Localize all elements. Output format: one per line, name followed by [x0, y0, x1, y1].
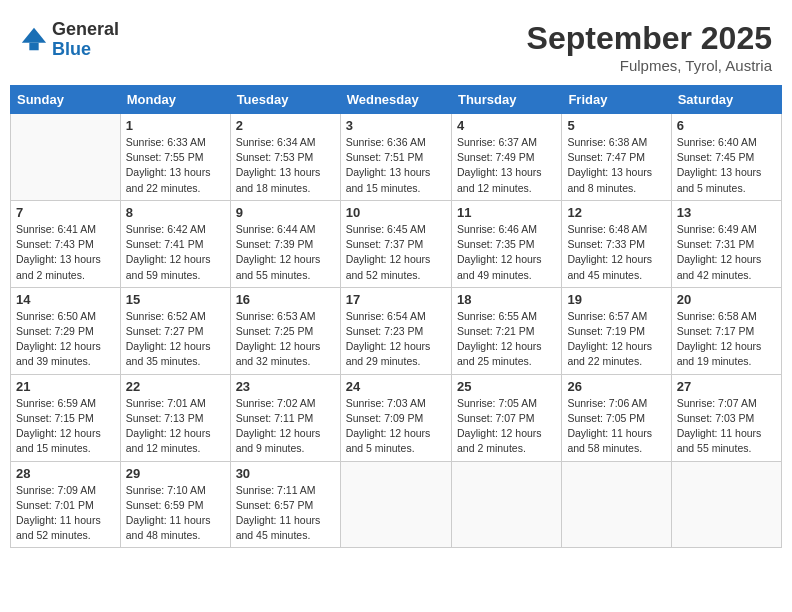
day-of-week-header: Thursday: [451, 86, 561, 114]
day-number: 7: [16, 205, 115, 220]
day-number: 26: [567, 379, 665, 394]
calendar-day-cell: 8Sunrise: 6:42 AMSunset: 7:41 PMDaylight…: [120, 200, 230, 287]
calendar-day-cell: 27Sunrise: 7:07 AMSunset: 7:03 PMDayligh…: [671, 374, 781, 461]
calendar-week-row: 21Sunrise: 6:59 AMSunset: 7:15 PMDayligh…: [11, 374, 782, 461]
calendar-day-cell: 20Sunrise: 6:58 AMSunset: 7:17 PMDayligh…: [671, 287, 781, 374]
calendar-day-cell: 21Sunrise: 6:59 AMSunset: 7:15 PMDayligh…: [11, 374, 121, 461]
day-info: Sunrise: 7:02 AMSunset: 7:11 PMDaylight:…: [236, 396, 335, 457]
calendar-day-cell: 30Sunrise: 7:11 AMSunset: 6:57 PMDayligh…: [230, 461, 340, 548]
day-number: 27: [677, 379, 776, 394]
day-info: Sunrise: 7:03 AMSunset: 7:09 PMDaylight:…: [346, 396, 446, 457]
logo-text: General Blue: [52, 20, 119, 60]
day-number: 10: [346, 205, 446, 220]
day-number: 1: [126, 118, 225, 133]
day-of-week-header: Tuesday: [230, 86, 340, 114]
calendar-day-cell: 14Sunrise: 6:50 AMSunset: 7:29 PMDayligh…: [11, 287, 121, 374]
day-info: Sunrise: 6:53 AMSunset: 7:25 PMDaylight:…: [236, 309, 335, 370]
day-info: Sunrise: 6:49 AMSunset: 7:31 PMDaylight:…: [677, 222, 776, 283]
calendar-day-cell: 11Sunrise: 6:46 AMSunset: 7:35 PMDayligh…: [451, 200, 561, 287]
day-info: Sunrise: 6:41 AMSunset: 7:43 PMDaylight:…: [16, 222, 115, 283]
calendar-week-row: 7Sunrise: 6:41 AMSunset: 7:43 PMDaylight…: [11, 200, 782, 287]
calendar-day-cell: 13Sunrise: 6:49 AMSunset: 7:31 PMDayligh…: [671, 200, 781, 287]
day-number: 19: [567, 292, 665, 307]
day-of-week-header: Wednesday: [340, 86, 451, 114]
day-info: Sunrise: 6:33 AMSunset: 7:55 PMDaylight:…: [126, 135, 225, 196]
calendar-day-cell: 29Sunrise: 7:10 AMSunset: 6:59 PMDayligh…: [120, 461, 230, 548]
svg-rect-1: [29, 43, 38, 50]
day-info: Sunrise: 6:58 AMSunset: 7:17 PMDaylight:…: [677, 309, 776, 370]
page-header: General Blue September 2025 Fulpmes, Tyr…: [10, 10, 782, 79]
calendar-day-cell: 1Sunrise: 6:33 AMSunset: 7:55 PMDaylight…: [120, 114, 230, 201]
calendar-day-cell: 17Sunrise: 6:54 AMSunset: 7:23 PMDayligh…: [340, 287, 451, 374]
day-number: 3: [346, 118, 446, 133]
day-number: 17: [346, 292, 446, 307]
day-info: Sunrise: 6:57 AMSunset: 7:19 PMDaylight:…: [567, 309, 665, 370]
logo: General Blue: [20, 20, 119, 60]
day-info: Sunrise: 6:59 AMSunset: 7:15 PMDaylight:…: [16, 396, 115, 457]
day-info: Sunrise: 6:37 AMSunset: 7:49 PMDaylight:…: [457, 135, 556, 196]
logo-icon: [20, 26, 48, 54]
calendar-day-cell: 4Sunrise: 6:37 AMSunset: 7:49 PMDaylight…: [451, 114, 561, 201]
day-number: 11: [457, 205, 556, 220]
day-of-week-header: Friday: [562, 86, 671, 114]
day-info: Sunrise: 7:05 AMSunset: 7:07 PMDaylight:…: [457, 396, 556, 457]
day-of-week-header: Monday: [120, 86, 230, 114]
logo-blue-text: Blue: [52, 40, 119, 60]
day-info: Sunrise: 6:52 AMSunset: 7:27 PMDaylight:…: [126, 309, 225, 370]
day-info: Sunrise: 6:40 AMSunset: 7:45 PMDaylight:…: [677, 135, 776, 196]
calendar-week-row: 14Sunrise: 6:50 AMSunset: 7:29 PMDayligh…: [11, 287, 782, 374]
calendar-day-cell: [340, 461, 451, 548]
day-of-week-header: Sunday: [11, 86, 121, 114]
calendar-day-cell: [11, 114, 121, 201]
day-number: 14: [16, 292, 115, 307]
day-number: 4: [457, 118, 556, 133]
day-number: 29: [126, 466, 225, 481]
day-info: Sunrise: 7:11 AMSunset: 6:57 PMDaylight:…: [236, 483, 335, 544]
day-info: Sunrise: 6:38 AMSunset: 7:47 PMDaylight:…: [567, 135, 665, 196]
day-number: 25: [457, 379, 556, 394]
calendar-day-cell: 18Sunrise: 6:55 AMSunset: 7:21 PMDayligh…: [451, 287, 561, 374]
calendar-day-cell: 12Sunrise: 6:48 AMSunset: 7:33 PMDayligh…: [562, 200, 671, 287]
day-info: Sunrise: 6:34 AMSunset: 7:53 PMDaylight:…: [236, 135, 335, 196]
calendar-day-cell: 22Sunrise: 7:01 AMSunset: 7:13 PMDayligh…: [120, 374, 230, 461]
day-info: Sunrise: 6:44 AMSunset: 7:39 PMDaylight:…: [236, 222, 335, 283]
calendar-week-row: 28Sunrise: 7:09 AMSunset: 7:01 PMDayligh…: [11, 461, 782, 548]
calendar-day-cell: 5Sunrise: 6:38 AMSunset: 7:47 PMDaylight…: [562, 114, 671, 201]
calendar-day-cell: [451, 461, 561, 548]
day-number: 8: [126, 205, 225, 220]
day-number: 23: [236, 379, 335, 394]
day-info: Sunrise: 6:55 AMSunset: 7:21 PMDaylight:…: [457, 309, 556, 370]
calendar-day-cell: 16Sunrise: 6:53 AMSunset: 7:25 PMDayligh…: [230, 287, 340, 374]
calendar-day-cell: 15Sunrise: 6:52 AMSunset: 7:27 PMDayligh…: [120, 287, 230, 374]
day-number: 13: [677, 205, 776, 220]
calendar-day-cell: 9Sunrise: 6:44 AMSunset: 7:39 PMDaylight…: [230, 200, 340, 287]
day-number: 20: [677, 292, 776, 307]
day-info: Sunrise: 6:54 AMSunset: 7:23 PMDaylight:…: [346, 309, 446, 370]
day-number: 22: [126, 379, 225, 394]
calendar-day-cell: 28Sunrise: 7:09 AMSunset: 7:01 PMDayligh…: [11, 461, 121, 548]
title-block: September 2025 Fulpmes, Tyrol, Austria: [527, 20, 772, 74]
day-info: Sunrise: 7:06 AMSunset: 7:05 PMDaylight:…: [567, 396, 665, 457]
day-number: 18: [457, 292, 556, 307]
day-number: 16: [236, 292, 335, 307]
day-info: Sunrise: 7:07 AMSunset: 7:03 PMDaylight:…: [677, 396, 776, 457]
day-info: Sunrise: 7:09 AMSunset: 7:01 PMDaylight:…: [16, 483, 115, 544]
calendar-day-cell: [562, 461, 671, 548]
day-info: Sunrise: 6:45 AMSunset: 7:37 PMDaylight:…: [346, 222, 446, 283]
day-number: 12: [567, 205, 665, 220]
calendar-day-cell: 25Sunrise: 7:05 AMSunset: 7:07 PMDayligh…: [451, 374, 561, 461]
calendar-day-cell: 26Sunrise: 7:06 AMSunset: 7:05 PMDayligh…: [562, 374, 671, 461]
calendar-day-cell: [671, 461, 781, 548]
day-of-week-header: Saturday: [671, 86, 781, 114]
day-number: 9: [236, 205, 335, 220]
day-number: 30: [236, 466, 335, 481]
day-number: 21: [16, 379, 115, 394]
day-info: Sunrise: 6:36 AMSunset: 7:51 PMDaylight:…: [346, 135, 446, 196]
calendar-day-cell: 24Sunrise: 7:03 AMSunset: 7:09 PMDayligh…: [340, 374, 451, 461]
calendar-header-row: SundayMondayTuesdayWednesdayThursdayFrid…: [11, 86, 782, 114]
day-info: Sunrise: 7:10 AMSunset: 6:59 PMDaylight:…: [126, 483, 225, 544]
day-info: Sunrise: 6:42 AMSunset: 7:41 PMDaylight:…: [126, 222, 225, 283]
logo-general-text: General: [52, 20, 119, 40]
day-info: Sunrise: 6:48 AMSunset: 7:33 PMDaylight:…: [567, 222, 665, 283]
calendar-day-cell: 19Sunrise: 6:57 AMSunset: 7:19 PMDayligh…: [562, 287, 671, 374]
